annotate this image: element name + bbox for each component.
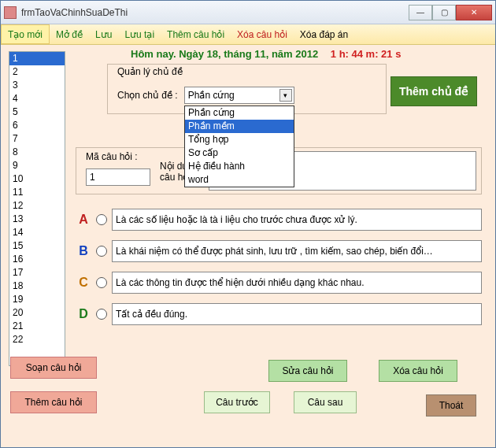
list-item[interactable]: 22 bbox=[9, 333, 65, 346]
toolbar-save[interactable]: Lưu bbox=[89, 24, 118, 44]
list-item[interactable]: 11 bbox=[9, 186, 65, 199]
answer-letter-a: A bbox=[76, 213, 91, 227]
compose-question-button[interactable]: Soạn câu hỏi bbox=[10, 357, 97, 379]
list-item[interactable]: 13 bbox=[9, 213, 65, 226]
answer-text-a[interactable]: Là các số liệu hoặc là tà i liệu cho trư… bbox=[112, 209, 482, 231]
toolbar: Tạo mới Mở đề Lưu Lưu tại Thêm câu hỏi X… bbox=[1, 24, 495, 45]
answer-radio-d[interactable] bbox=[96, 309, 107, 320]
add-topic-button[interactable]: Thêm chủ đề bbox=[391, 76, 477, 106]
list-item[interactable]: 15 bbox=[9, 239, 65, 253]
dropdown-option[interactable]: Hệ điều hành bbox=[185, 160, 294, 173]
list-item[interactable]: 17 bbox=[9, 266, 65, 280]
toolbar-open[interactable]: Mở đề bbox=[50, 24, 89, 44]
topic-dropdown[interactable]: Phần cứng ▾ bbox=[184, 87, 294, 104]
dropdown-option[interactable]: Phần cứng bbox=[185, 106, 294, 120]
dropdown-option[interactable]: Sơ cấp bbox=[185, 146, 294, 160]
list-item[interactable]: 6 bbox=[9, 119, 65, 132]
titlebar: frmTaoVaChinhSuaDeThi — ▢ ✕ bbox=[1, 1, 495, 24]
answer-row-c: C Là các thông tin được thể hiện dưới nh… bbox=[76, 267, 482, 298]
answer-text-b[interactable]: Là khái niệm có thể được phát sinh, lưu … bbox=[112, 240, 482, 262]
toolbar-addq[interactable]: Thêm câu hỏi bbox=[161, 24, 231, 44]
close-button[interactable]: ✕ bbox=[456, 5, 492, 20]
list-item[interactable]: 18 bbox=[9, 280, 65, 293]
list-item[interactable]: 1 bbox=[9, 52, 65, 65]
list-item[interactable]: 16 bbox=[9, 253, 65, 266]
list-item[interactable]: 21 bbox=[9, 320, 65, 333]
list-item[interactable]: 9 bbox=[9, 159, 65, 172]
toolbar-delq[interactable]: Xóa câu hỏi bbox=[231, 24, 294, 44]
list-item[interactable]: 12 bbox=[9, 199, 65, 213]
dropdown-option[interactable]: Phần mềm bbox=[185, 120, 294, 133]
answers-area: A Là các số liệu hoặc là tà i liệu cho t… bbox=[76, 204, 482, 330]
answer-row-d: D Tất cả đều đúng. bbox=[76, 298, 482, 330]
toolbar-saveas[interactable]: Lưu tại bbox=[118, 24, 161, 44]
answer-letter-b: B bbox=[76, 244, 91, 258]
list-item[interactable]: 8 bbox=[9, 146, 65, 159]
dropdown-option[interactable]: Tổng hợp bbox=[185, 133, 294, 146]
window-controls: — ▢ ✕ bbox=[409, 5, 492, 20]
list-item[interactable]: 4 bbox=[9, 92, 65, 106]
list-item[interactable]: 14 bbox=[9, 226, 65, 239]
list-item[interactable]: 7 bbox=[9, 132, 65, 146]
topic-dropdown-list[interactable]: Phần cứngPhần mềmTổng hợpSơ cấpHệ điều h… bbox=[184, 106, 294, 187]
answer-row-b: B Là khái niệm có thể được phát sinh, lư… bbox=[76, 235, 482, 267]
answer-text-c[interactable]: Là các thông tin được thể hiện dưới nhiề… bbox=[112, 272, 482, 294]
answer-letter-d: D bbox=[76, 307, 91, 321]
app-icon bbox=[4, 6, 17, 19]
topic-choose-label: Chọn chủ đề : bbox=[117, 90, 178, 101]
minimize-button[interactable]: — bbox=[409, 5, 432, 20]
answer-letter-c: C bbox=[76, 276, 91, 290]
answer-radio-a[interactable] bbox=[96, 214, 107, 225]
answer-text-d[interactable]: Tất cả đều đúng. bbox=[112, 303, 482, 325]
date-text: Hôm nay. Ngày 18, tháng 11, năm 2012 bbox=[131, 48, 318, 60]
add-question-button[interactable]: Thêm câu hỏi bbox=[10, 391, 97, 413]
list-item[interactable]: 20 bbox=[9, 306, 65, 320]
question-code-input[interactable] bbox=[86, 168, 150, 186]
window-title: frmTaoVaChinhSuaDeThi bbox=[21, 7, 409, 18]
app-window: frmTaoVaChinhSuaDeThi — ▢ ✕ Tạo mới Mở đ… bbox=[0, 0, 496, 448]
list-item[interactable]: 5 bbox=[9, 106, 65, 119]
list-item[interactable]: 10 bbox=[9, 172, 65, 186]
answer-radio-b[interactable] bbox=[96, 246, 107, 257]
prev-question-button[interactable]: Câu trước bbox=[204, 391, 270, 413]
list-item[interactable]: 2 bbox=[9, 65, 65, 79]
edit-question-button[interactable]: Sửa câu hỏi bbox=[268, 360, 347, 382]
question-code-label: Mã câu hỏi : bbox=[86, 151, 138, 162]
list-item[interactable]: 3 bbox=[9, 79, 65, 92]
topic-selected: Phần cứng bbox=[188, 90, 235, 101]
exit-button[interactable]: Thoát bbox=[426, 394, 476, 417]
toolbar-dela[interactable]: Xóa đáp án bbox=[294, 24, 354, 44]
client-area: 12345678910111213141516171819202122 Hôm … bbox=[1, 45, 495, 447]
chevron-down-icon[interactable]: ▾ bbox=[279, 89, 292, 102]
delete-question-button[interactable]: Xóa câu hỏi bbox=[379, 360, 457, 382]
toolbar-new[interactable]: Tạo mới bbox=[1, 24, 50, 44]
answer-radio-c[interactable] bbox=[96, 277, 107, 288]
date-bar: Hôm nay. Ngày 18, tháng 11, năm 2012 1 h… bbox=[131, 48, 401, 60]
next-question-button[interactable]: Câu sau bbox=[294, 391, 357, 413]
list-item[interactable]: 19 bbox=[9, 293, 65, 306]
question-listbox[interactable]: 12345678910111213141516171819202122 bbox=[9, 51, 65, 366]
maximize-button[interactable]: ▢ bbox=[432, 5, 456, 20]
time-text: 1 h: 44 m: 21 s bbox=[331, 48, 402, 60]
dropdown-option[interactable]: word bbox=[185, 173, 294, 187]
topic-group-label: Quản lý chủ đề bbox=[117, 66, 183, 77]
answer-row-a: A Là các số liệu hoặc là tà i liệu cho t… bbox=[76, 204, 482, 235]
